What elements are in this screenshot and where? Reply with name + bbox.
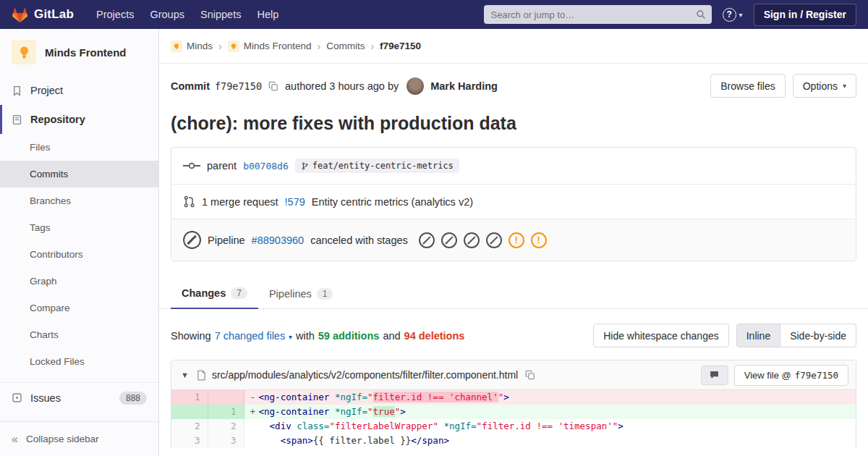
sidebar-item-graph[interactable]: Graph <box>0 268 158 295</box>
tab-changes[interactable]: Changes 7 <box>171 279 258 309</box>
stage-canceled-icon[interactable] <box>441 232 457 248</box>
code-token: class= <box>297 421 329 431</box>
nav-item-projects[interactable]: Projects <box>88 2 142 27</box>
sidebar-item-project[interactable]: Project <box>0 76 158 105</box>
pipeline-id-link[interactable]: #88903960 <box>252 235 305 246</box>
code-token: <div <box>270 421 297 431</box>
old-line-number[interactable]: 3 <box>171 434 208 448</box>
breadcrumb-minds-frontend[interactable]: Minds Frontend <box>228 41 312 52</box>
hide-whitespace-button[interactable]: Hide whitespace changes <box>593 324 729 347</box>
browse-files-button[interactable]: Browse files <box>710 74 785 98</box>
code-token: > <box>618 421 624 431</box>
code-line: <span>{{ filter.label }}</span> <box>244 434 856 448</box>
help-dropdown[interactable]: ? ▾ <box>723 8 743 22</box>
pipeline-row: Pipeline #88903960 canceled with stages <box>171 219 856 261</box>
parent-sha-link[interactable]: b00708d6 <box>243 161 289 172</box>
stage-canceled-icon[interactable] <box>464 232 480 248</box>
changed-files-dropdown[interactable]: 7 changed files ▾ <box>215 330 292 342</box>
author-name-link[interactable]: Mark Harding <box>430 80 498 92</box>
sidebar-project-name: Minds Frontend <box>45 46 127 59</box>
sidebar-item-files[interactable]: Files <box>0 134 158 161</box>
file-icon <box>197 370 206 381</box>
old-line-number[interactable]: 2 <box>171 419 208 434</box>
view-file-button[interactable]: View file @ f79e7150 <box>734 365 848 386</box>
sidebar-item-repository[interactable]: Repository <box>0 105 158 134</box>
nav-item-groups[interactable]: Groups <box>142 2 192 27</box>
code-line: +<ng-container *ngIf="true"> <box>244 405 856 419</box>
code-token: *ngIf= <box>335 406 367 417</box>
sidebar-item-locked-files[interactable]: Locked Files <box>0 348 158 375</box>
diff-line-context: 22 <div class="filterLabelWrapper" *ngIf… <box>171 419 856 434</box>
branch-ref-pill[interactable]: feat/entity-centric-metrics <box>295 159 459 173</box>
old-line-number[interactable] <box>171 405 208 419</box>
code-token: filter.id !== 'channel' <box>373 392 498 402</box>
parent-row: parent b00708d6 feat/entity-centric-metr… <box>171 148 856 184</box>
new-line-number[interactable]: 2 <box>208 419 244 434</box>
side-by-side-view-button[interactable]: Side-by-side <box>780 324 856 347</box>
stage-canceled-icon[interactable] <box>486 232 502 248</box>
toggle-comments-button[interactable] <box>701 366 728 385</box>
commit-icon <box>183 161 200 171</box>
new-line-number[interactable]: 1 <box>208 405 244 419</box>
code-token: " <box>367 392 373 402</box>
breadcrumb-minds[interactable]: Minds <box>171 41 213 52</box>
new-line-number[interactable]: 3 <box>208 434 244 448</box>
sidebar-item-issues[interactable]: Issues 888 <box>0 383 158 413</box>
pipeline-canceled-icon[interactable] <box>183 231 201 249</box>
branch-icon <box>301 161 309 171</box>
mr-ref-link[interactable]: !579 <box>285 196 305 208</box>
sidebar-item-charts[interactable]: Charts <box>0 321 158 348</box>
sidebar-item-tags[interactable]: Tags <box>0 214 158 241</box>
copy-commit-sha-button[interactable] <box>267 80 280 93</box>
copy-file-path-button[interactable] <box>524 368 537 381</box>
options-dropdown-button[interactable]: Options ▾ <box>793 74 856 98</box>
file-path[interactable]: src/app/modules/analytics/v2/components/… <box>212 369 518 381</box>
sidebar-item-contributors[interactable]: Contributors <box>0 241 158 268</box>
comment-icon <box>709 370 720 380</box>
sidebar-item-compare[interactable]: Compare <box>0 295 158 321</box>
nav-item-help[interactable]: Help <box>249 2 286 27</box>
issues-icon <box>12 392 22 403</box>
code-token: *ngIf= <box>335 392 367 402</box>
additions-count: 59 additions <box>318 330 380 342</box>
gitlab-home-link[interactable]: GitLab <box>12 7 74 23</box>
tab-pipelines[interactable]: Pipelines 1 <box>258 279 344 308</box>
commit-sha: f79e7150 <box>215 80 262 92</box>
pipeline-status-text: canceled with stages <box>310 235 408 246</box>
code-token: > <box>503 392 509 402</box>
nav-item-snippets[interactable]: Snippets <box>192 2 249 27</box>
changes-count-badge: 7 <box>231 287 247 299</box>
stage-warning-icon[interactable] <box>509 232 524 248</box>
search-input[interactable] <box>484 5 712 24</box>
sidebar-item-commits[interactable]: Commits <box>0 161 158 187</box>
file-diff-card: ▼ src/app/modules/analytics/v2/component… <box>171 360 856 448</box>
author-avatar[interactable] <box>407 77 424 95</box>
mr-title: Entity centric metrics (analytics v2) <box>312 196 473 208</box>
old-line-number[interactable]: 1 <box>171 390 208 405</box>
project-avatar-icon <box>228 41 239 52</box>
diff-sign: - <box>250 390 259 405</box>
inline-view-button[interactable]: Inline <box>736 324 780 347</box>
chevron-down-icon: ▾ <box>739 11 743 19</box>
issues-count-badge: 888 <box>119 392 147 405</box>
project-header[interactable]: Minds Frontend <box>0 29 158 72</box>
sidebar-item-branches[interactable]: Branches <box>0 187 158 214</box>
code-token: "filterLabelWrapper" <box>329 421 438 431</box>
stage-canceled-icon[interactable] <box>419 232 435 248</box>
breadcrumb-commits[interactable]: Commits <box>326 41 365 51</box>
collapse-icon: « <box>12 433 18 446</box>
sign-in-register-button[interactable]: Sign in / Register <box>754 4 856 26</box>
code-token: <ng-container <box>259 406 335 417</box>
collapse-diff-chevron-icon[interactable]: ▼ <box>179 371 191 379</box>
brand-name: GitLab <box>34 7 74 22</box>
code-token: *ngIf= <box>443 421 476 431</box>
mr-count-text: 1 merge request <box>202 196 278 208</box>
pipeline-stages <box>419 232 553 248</box>
stage-warning-icon[interactable] <box>531 232 547 248</box>
sidebar-item-label: Repository <box>30 114 85 125</box>
search-icon <box>696 9 706 22</box>
collapse-sidebar-button[interactable]: « Collapse sidebar <box>0 421 158 456</box>
chevron-down-icon: ▾ <box>843 82 846 90</box>
showing-label: Showing <box>171 330 211 342</box>
new-line-number[interactable] <box>208 390 244 405</box>
